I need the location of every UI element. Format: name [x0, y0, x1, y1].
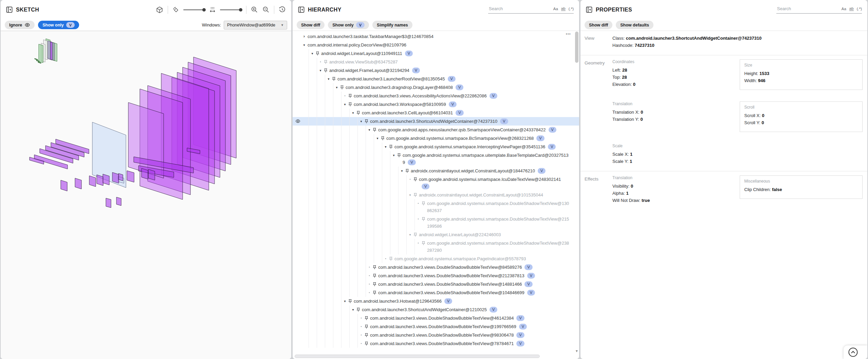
- visibility-badge[interactable]: V: [444, 298, 452, 304]
- visibility-badge[interactable]: V: [449, 101, 457, 107]
- rotation-slider-knob[interactable]: [202, 8, 206, 12]
- visibility-badge[interactable]: V: [516, 341, 524, 346]
- visibility-badge[interactable]: V: [456, 110, 463, 116]
- vertical-scrollbar[interactable]: [575, 32, 578, 63]
- horizontal-scrollbar[interactable]: [295, 355, 573, 358]
- pin-icon[interactable]: [365, 314, 370, 320]
- collapse-arrow-icon[interactable]: ▾: [382, 143, 389, 151]
- simplify-names-button[interactable]: Simplify names: [372, 21, 412, 29]
- collapse-arrow-icon[interactable]: ▾: [399, 167, 405, 175]
- show-diff-button[interactable]: Show diff: [297, 21, 325, 29]
- view-layer-shape[interactable]: [142, 168, 148, 179]
- view-layer-shape[interactable]: [106, 198, 111, 208]
- windows-dropdown[interactable]: PhoneWindow@ad699de ▼: [224, 21, 287, 30]
- scroll-to-top-icon[interactable]: [848, 347, 858, 357]
- pin-icon[interactable]: [365, 322, 370, 329]
- match-case-icon[interactable]: Aa: [553, 7, 558, 11]
- expand-chevron-icon[interactable]: ›: [301, 32, 308, 40]
- visibility-badge[interactable]: V: [408, 159, 415, 165]
- view-layer-shape[interactable]: [116, 197, 121, 206]
- pin-icon[interactable]: [422, 215, 427, 221]
- pin-icon[interactable]: [365, 117, 370, 124]
- visibility-badge[interactable]: V: [448, 76, 456, 82]
- view-layer-shape[interactable]: [89, 176, 96, 187]
- tree-node[interactable]: ●com.android.launcher3.views.DoubleShado…: [293, 271, 579, 280]
- tree-node[interactable]: ●com.google.android.systemui.smartspace.…: [293, 175, 579, 191]
- visibility-badge[interactable]: V: [549, 127, 556, 133]
- match-case-icon[interactable]: Aa: [842, 7, 846, 11]
- search-input[interactable]: [488, 6, 550, 12]
- pin-icon[interactable]: [316, 49, 321, 56]
- collapse-arrow-icon[interactable]: ▾: [407, 191, 413, 199]
- view-layer-shape[interactable]: [53, 42, 57, 61]
- pin-icon[interactable]: [324, 66, 329, 73]
- tree-node[interactable]: ▾com.android.launcher3.Hotseat@129643566…: [293, 297, 579, 305]
- collapse-arrow-icon[interactable]: ▾: [301, 41, 308, 49]
- pin-icon[interactable]: [348, 297, 354, 303]
- tree-node[interactable]: ▾com.android.launcher3.ShortcutAndWidget…: [293, 305, 579, 314]
- visibility-badge[interactable]: V: [536, 135, 544, 141]
- pin-icon[interactable]: [373, 263, 378, 269]
- show-only-button[interactable]: Show only V: [328, 21, 369, 29]
- scrollbar-thumb[interactable]: [575, 32, 578, 63]
- collapse-arrow-icon[interactable]: ▾: [317, 66, 324, 75]
- tree-node[interactable]: ▾com.google.android.systemui.smartspace.…: [293, 151, 579, 167]
- tree-node[interactable]: ▾android.widget.LinearLayout@224246003: [293, 230, 579, 239]
- pin-icon[interactable]: [413, 191, 419, 197]
- pin-icon[interactable]: [413, 175, 419, 182]
- collapse-arrow-icon[interactable]: ▾: [309, 49, 316, 58]
- collapse-panel-icon[interactable]: [586, 6, 592, 13]
- pin-icon[interactable]: [373, 288, 378, 295]
- visibility-badge[interactable]: V: [422, 184, 429, 189]
- pin-icon[interactable]: [356, 109, 362, 115]
- regex-icon[interactable]: (.*): [569, 7, 574, 11]
- pin-icon[interactable]: [373, 126, 378, 132]
- layer-spacing-icon[interactable]: [209, 6, 216, 13]
- view-layer-shape[interactable]: [35, 58, 38, 60]
- collapse-arrow-icon[interactable]: ▾: [366, 126, 373, 134]
- view-layer-shape[interactable]: [112, 172, 119, 183]
- pin-icon[interactable]: [397, 151, 403, 157]
- tree-node[interactable]: ▾com.android.launcher3.LauncherRootView@…: [293, 75, 579, 83]
- view-layer-shape[interactable]: [61, 180, 67, 191]
- visibility-badge[interactable]: V: [527, 290, 535, 296]
- visibility-badge[interactable]: V: [524, 264, 532, 270]
- visibility-badge[interactable]: V: [548, 144, 556, 150]
- visibility-badge[interactable]: V: [412, 68, 420, 73]
- tree-node[interactable]: ●com.google.android.systemui.smartspace.…: [293, 199, 579, 215]
- tree-node[interactable]: ▾com.android.launcher3.dragndrop.DragLay…: [293, 83, 579, 92]
- tree-node[interactable]: ●com.android.launcher3.views.DoubleShado…: [293, 322, 579, 331]
- tree-node[interactable]: ▾com.google.android.systemui.smartspace.…: [293, 134, 579, 143]
- tree-node[interactable]: ●com.android.launcher3.views.DoubleShado…: [293, 280, 579, 288]
- pin-icon[interactable]: [405, 167, 411, 173]
- visibility-badge[interactable]: V: [538, 168, 546, 174]
- tree-node[interactable]: ●com.android.launcher3.views.DoubleShado…: [293, 263, 579, 271]
- tree-node[interactable]: ›com.android.launcher3.taskbar.TaskbarMa…: [293, 32, 579, 41]
- pin-icon[interactable]: [340, 83, 346, 90]
- tree-node[interactable]: ●com.android.launcher3.views.Accessibili…: [293, 92, 579, 100]
- collapse-panel-icon[interactable]: [6, 6, 13, 13]
- pin-icon[interactable]: [332, 75, 337, 81]
- match-word-icon[interactable]: ab: [849, 6, 854, 11]
- visibility-badge[interactable]: V: [516, 332, 524, 338]
- layer-stack-3d[interactable]: [1, 31, 291, 359]
- scrollbar-thumb[interactable]: [295, 355, 540, 358]
- scroll-to-top-card[interactable]: [844, 345, 867, 359]
- pin-icon[interactable]: [324, 58, 329, 64]
- cube-3d-icon[interactable]: [156, 6, 163, 14]
- pin-icon[interactable]: [365, 339, 370, 346]
- zoom-out-icon[interactable]: [262, 6, 270, 13]
- reset-view-icon[interactable]: [279, 6, 286, 13]
- visibility-badge[interactable]: V: [524, 281, 532, 287]
- collapse-arrow-icon[interactable]: ▾: [350, 305, 356, 314]
- tree-node[interactable]: ●com.google.android.systemui.smartspace.…: [293, 215, 579, 230]
- visibility-badge[interactable]: V: [456, 84, 463, 90]
- collapse-arrow-icon[interactable]: ▾: [350, 109, 356, 117]
- visibility-badge[interactable]: V: [519, 324, 527, 329]
- visibility-badge[interactable]: V: [405, 51, 413, 56]
- view-layer-shape[interactable]: [97, 175, 103, 186]
- pin-icon[interactable]: [413, 230, 419, 237]
- visibility-badge[interactable]: V: [490, 93, 497, 99]
- view-layer-shape[interactable]: [103, 174, 109, 185]
- sketch-3d-canvas[interactable]: [1, 31, 291, 359]
